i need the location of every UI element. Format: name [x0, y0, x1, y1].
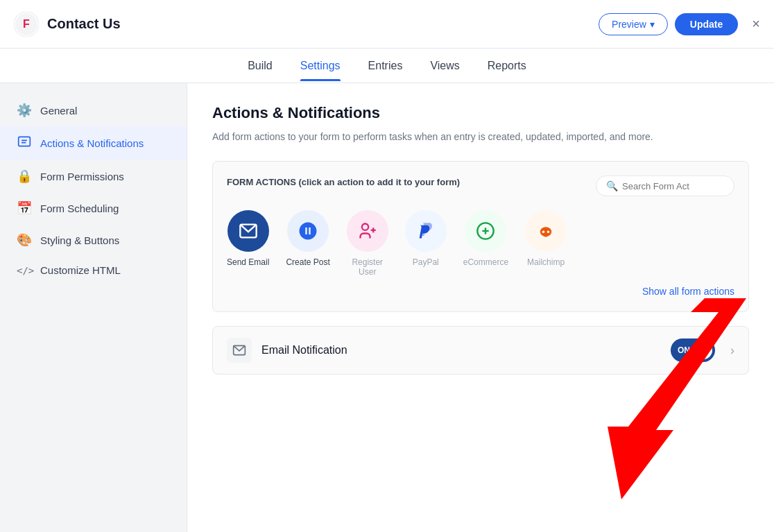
- sidebar-item-form-permissions[interactable]: 🔒 Form Permissions: [0, 160, 187, 192]
- header: F Contact Us Preview ▾ Update ×: [0, 0, 774, 49]
- sidebar-item-general[interactable]: ⚙️ General: [0, 94, 187, 126]
- action-mailchimp[interactable]: Mailchimp: [525, 210, 567, 267]
- svg-point-13: [540, 228, 551, 237]
- content-area: Actions & Notifications Add form actions…: [187, 83, 774, 532]
- toggle-circle: [694, 341, 712, 359]
- action-create-post[interactable]: Create Post: [286, 210, 329, 267]
- tab-views[interactable]: Views: [430, 51, 459, 80]
- tab-settings[interactable]: Settings: [300, 51, 341, 80]
- paypal-icon: [405, 210, 447, 252]
- sidebar-item-actions-notifications[interactable]: Actions & Notifications: [0, 126, 187, 160]
- search-icon: 🔍: [606, 180, 618, 191]
- search-input[interactable]: [622, 181, 724, 191]
- notification-chevron-icon[interactable]: ›: [730, 343, 734, 358]
- lock-icon: 🔒: [17, 169, 32, 184]
- email-notification-row: Email Notification ON ›: [212, 326, 749, 375]
- gear-icon: ⚙️: [17, 103, 32, 118]
- section-description: Add form actions to your form to perform…: [212, 129, 749, 144]
- toggle-state-label: ON: [678, 345, 690, 355]
- show-all-link[interactable]: Show all form actions: [642, 286, 734, 297]
- show-all-actions: Show all form actions: [227, 285, 734, 298]
- app-logo: F: [14, 12, 39, 37]
- palette-icon: 🎨: [17, 232, 32, 248]
- svg-rect-3: [19, 137, 31, 146]
- create-post-label: Create Post: [286, 257, 329, 267]
- tab-reports[interactable]: Reports: [488, 51, 526, 80]
- sidebar-item-styling-buttons[interactable]: 🎨 Styling & Buttons: [0, 224, 187, 256]
- svg-point-14: [542, 231, 545, 234]
- code-icon: </>: [17, 265, 32, 276]
- action-send-email[interactable]: Send Email: [227, 210, 269, 267]
- sidebar-item-customize-html[interactable]: </> Customize HTML: [0, 256, 187, 284]
- actions-grid: Send Email Create Post: [227, 210, 734, 277]
- ecommerce-label: eCommerce: [463, 257, 508, 267]
- section-title: Actions & Notifications: [212, 104, 749, 122]
- card-header: FORM ACTIONS (click an action to add it …: [227, 175, 734, 196]
- bell-icon: [17, 135, 32, 152]
- sidebar: ⚙️ General Actions & Notifications 🔒 For…: [0, 83, 187, 532]
- svg-text:F: F: [23, 18, 30, 30]
- tab-entries[interactable]: Entries: [368, 51, 403, 80]
- ecommerce-icon: [465, 210, 506, 252]
- register-user-label: RegisterUser: [352, 257, 383, 277]
- send-email-label: Send Email: [227, 257, 269, 267]
- send-email-icon: [227, 210, 269, 252]
- svg-point-7: [362, 224, 368, 230]
- notification-label: Email Notification: [261, 344, 661, 357]
- toggle-on-button[interactable]: ON: [671, 338, 715, 362]
- page-title: Contact Us: [47, 16, 599, 32]
- sidebar-item-form-scheduling[interactable]: 📅 Form Scheduling: [0, 192, 187, 224]
- calendar-icon: 📅: [17, 200, 32, 216]
- annotation-arrow: [566, 291, 774, 499]
- close-button[interactable]: ×: [752, 16, 760, 32]
- search-box[interactable]: 🔍: [596, 175, 734, 196]
- action-register-user[interactable]: RegisterUser: [347, 210, 388, 277]
- register-user-icon: [347, 210, 388, 252]
- preview-button[interactable]: Preview ▾: [599, 13, 668, 35]
- paypal-label: PayPal: [413, 257, 439, 267]
- create-post-icon: [287, 210, 329, 252]
- header-actions: Preview ▾ Update ×: [599, 13, 760, 35]
- form-actions-card: FORM ACTIONS (click an action to add it …: [212, 161, 749, 312]
- mailchimp-label: Mailchimp: [527, 257, 565, 267]
- chevron-down-icon: ▾: [650, 19, 655, 30]
- tab-build[interactable]: Build: [248, 51, 273, 80]
- update-button[interactable]: Update: [675, 13, 738, 35]
- main-layout: ⚙️ General Actions & Notifications 🔒 For…: [0, 83, 774, 532]
- form-actions-label: FORM ACTIONS (click an action to add it …: [227, 175, 460, 189]
- notification-icon: [227, 338, 252, 363]
- action-ecommerce[interactable]: eCommerce: [463, 210, 508, 267]
- svg-point-15: [547, 231, 550, 234]
- mailchimp-icon: [525, 210, 567, 252]
- nav-tabs: Build Settings Entries Views Reports: [0, 49, 774, 83]
- action-paypal[interactable]: PayPal: [405, 210, 447, 267]
